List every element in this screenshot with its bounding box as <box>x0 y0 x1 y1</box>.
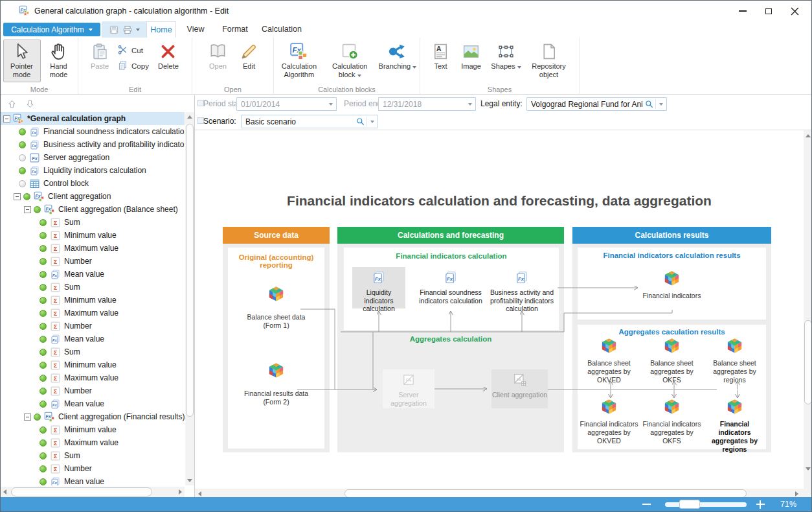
legal-entity-combo[interactable]: Volgograd Regional Fund for Animal ' <box>526 97 667 111</box>
minimize-button[interactable] <box>730 1 756 21</box>
zoom-out-button[interactable] <box>639 497 653 511</box>
tree-item[interactable]: ΣSum <box>1 281 185 294</box>
tree-item[interactable]: ΣMaximum value <box>1 436 185 449</box>
move-down-button[interactable] <box>24 97 39 111</box>
maximize-button[interactable] <box>756 1 782 21</box>
tree-item[interactable]: ΣNumber <box>1 320 185 332</box>
tree-item[interactable]: ΣMinimum value <box>1 229 185 242</box>
calc-block-1[interactable]: FxLiquidity indicators calculation <box>352 267 405 308</box>
tree-expander[interactable] <box>24 206 31 213</box>
scroll-right-icon[interactable] <box>179 489 182 495</box>
tree-horizontal-scrollbar[interactable] <box>1 487 185 497</box>
tree-item[interactable]: ΣMinimum value <box>1 358 185 371</box>
tree-item[interactable]: ΣMinimum value <box>1 294 185 307</box>
tree-item[interactable]: ΣSum <box>1 216 185 229</box>
tree-item[interactable]: Control block <box>1 177 185 190</box>
zoom-slider-thumb[interactable] <box>679 500 700 509</box>
copy-button[interactable]: Copy <box>117 60 149 71</box>
move-up-button[interactable] <box>6 97 21 111</box>
scroll-left-icon[interactable] <box>198 491 201 496</box>
period-end-combo[interactable]: 12/31/2018 <box>378 97 476 111</box>
svg-text:Fx: Fx <box>32 170 37 174</box>
tree-item[interactable]: FxClient aggregation (Financial results) <box>1 410 185 423</box>
close-button[interactable] <box>782 1 807 21</box>
calculation-block-button[interactable]: Calculation block <box>324 40 376 82</box>
tree-item[interactable]: ΣNumber <box>1 384 185 397</box>
shapes-button[interactable]: Shapes <box>488 40 524 82</box>
tree-item[interactable]: ΣMaximum value <box>1 242 185 255</box>
scroll-up-icon[interactable] <box>187 115 192 119</box>
scroll-down-icon[interactable] <box>806 467 811 471</box>
image-button[interactable]: Image <box>456 40 487 82</box>
pointer-mode-button[interactable]: Pointer mode <box>3 40 41 82</box>
calculation-algorithm-menu-button[interactable]: Calculation Algorithm <box>3 23 100 36</box>
status-dot-green <box>39 439 47 447</box>
tree-item[interactable]: FxClient aggregation <box>1 190 185 203</box>
search-icon[interactable] <box>355 117 365 126</box>
tree-expander[interactable] <box>14 193 21 200</box>
period-start-combo[interactable]: 01/01/2014 <box>236 97 337 111</box>
calc-block-3[interactable]: FxBusiness activity and profitability in… <box>486 267 558 308</box>
tree-vertical-scrollbar[interactable] <box>185 112 194 485</box>
tree-item[interactable]: ΣNumber <box>1 255 185 268</box>
tree-item[interactable]: ΣSum <box>1 345 185 358</box>
tree-item[interactable]: ΣMaximum value <box>1 371 185 384</box>
tree-item[interactable]: FxClient aggregation (Balance sheet) <box>1 203 185 216</box>
branching-button[interactable]: Branching <box>378 40 418 82</box>
tree-item[interactable]: Fx*General calculation graph <box>1 112 185 125</box>
zoom-slider[interactable] <box>665 502 747 507</box>
repository-object-button[interactable]: Repository object <box>526 40 572 82</box>
tree-item[interactable]: FxMean value <box>1 397 185 410</box>
cut-button[interactable]: Cut <box>117 45 149 56</box>
scroll-right-icon[interactable] <box>795 491 798 496</box>
chevron-down-icon[interactable] <box>326 103 336 106</box>
canvas-vertical-scrollbar-thumb[interactable] <box>804 320 812 404</box>
tab-home[interactable]: Home <box>146 21 176 38</box>
tree-vertical-scrollbar-thumb[interactable] <box>186 124 194 417</box>
search-icon[interactable] <box>644 99 654 109</box>
tree-item[interactable]: FxServer aggregation <box>1 151 185 164</box>
aggregation-block-1[interactable]: FAServer aggregation <box>383 369 434 408</box>
edit-label: Edit <box>243 62 255 71</box>
tab-view[interactable]: View <box>183 21 209 38</box>
app-icon: Fx <box>19 5 30 16</box>
window-title: General calculation graph - calculation … <box>34 1 229 21</box>
tree-item[interactable]: ΣMinimum value <box>1 423 185 436</box>
paste-button[interactable]: Paste <box>85 40 115 82</box>
save-icon[interactable] <box>109 25 119 35</box>
aggregation-block-2[interactable]: FAClient aggregation <box>491 369 548 408</box>
tree-item[interactable]: ΣMaximum value <box>1 307 185 320</box>
chevron-down-icon[interactable] <box>465 103 475 106</box>
tree-expander[interactable] <box>24 413 31 421</box>
tree-item[interactable]: FxMean value <box>1 475 185 485</box>
calc-block-2[interactable]: FxFinancial soundness indicators calcula… <box>419 267 482 308</box>
tree-item[interactable]: FxMean value <box>1 268 185 281</box>
tree-horizontal-scrollbar-thumb[interactable] <box>11 487 152 496</box>
tree-item[interactable]: ΣNumber <box>1 462 185 475</box>
chevron-down-icon[interactable] <box>656 103 666 106</box>
scroll-left-icon[interactable] <box>3 489 6 495</box>
zoom-in-button[interactable] <box>753 497 767 511</box>
canvas-vertical-scrollbar[interactable] <box>804 130 812 489</box>
tree-expander[interactable] <box>3 115 10 122</box>
print-icon[interactable] <box>122 25 133 35</box>
text-button[interactable]: AText <box>427 40 455 82</box>
scenario-combo[interactable]: Basic scenario <box>241 115 378 128</box>
tab-format[interactable]: Format <box>218 21 252 38</box>
tab-calculation[interactable]: Calculation <box>260 21 304 38</box>
edit-button[interactable]: Edit <box>235 40 264 82</box>
diagram-canvas[interactable]: Financial indicators calculation and for… <box>195 130 804 489</box>
open-button[interactable]: Open <box>203 40 234 82</box>
tree-item[interactable]: ΣSum <box>1 449 185 462</box>
scroll-down-icon[interactable] <box>187 479 192 482</box>
delete-button[interactable]: Delete <box>152 40 185 82</box>
tree-item[interactable]: FxFinancial soundness indicators calcula… <box>1 125 185 138</box>
scroll-up-icon[interactable] <box>806 134 811 137</box>
tree-item[interactable]: FxBusiness activity and profitability in… <box>1 138 185 151</box>
tree-item[interactable]: FxLiquidity indicators calculation <box>1 164 185 177</box>
tree-item[interactable]: FxMean value <box>1 332 185 345</box>
chevron-down-icon[interactable] <box>367 121 378 123</box>
chevron-down-icon[interactable] <box>136 29 140 31</box>
hand-mode-button[interactable]: Hand mode <box>42 40 76 82</box>
calculation-algorithm-button[interactable]: FxCalculation Algorithm <box>276 40 322 82</box>
